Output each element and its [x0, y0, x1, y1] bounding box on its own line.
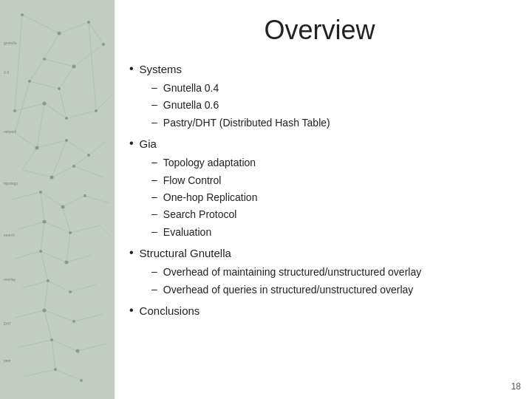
sub-text: Pastry/DHT (Distributed Hash Table): [163, 115, 330, 131]
sub-text: Overhead of queries in structured/unstru…: [163, 282, 414, 298]
sub-text-evaluation: Evaluation: [163, 224, 211, 240]
sub-text: Gnutella 0.6: [163, 97, 219, 113]
svg-text:peer: peer: [4, 358, 11, 363]
svg-text:gnutella: gnutella: [4, 41, 17, 45]
sub-item-evaluation: – Evaluation: [151, 224, 510, 240]
left-image-panel: gnutella 0.4 network topology search ove…: [0, 0, 115, 399]
sub-text: Gnutella 0.4: [163, 80, 219, 96]
svg-point-84: [69, 290, 72, 293]
slide-title: Overview: [129, 15, 510, 46]
bullet-dot-gia: •: [129, 135, 134, 151]
svg-point-68: [43, 102, 47, 106]
bullet-conclusions: • Conclusions: [129, 302, 510, 320]
content-area: Overview • Systems – Gnutella 0.4 – Gnut…: [115, 0, 532, 399]
svg-text:topology: topology: [4, 181, 18, 185]
dash: –: [151, 172, 157, 188]
sub-item: – Overhead of queries in structured/unst…: [151, 282, 510, 298]
svg-text:overlay: overlay: [4, 277, 16, 282]
bullet-gia: • Gia – Topology adaptation – Flow Contr…: [129, 135, 510, 240]
sub-text-replication: One-hop Replication: [163, 189, 258, 205]
svg-point-80: [69, 231, 72, 234]
svg-point-71: [35, 146, 39, 150]
slide-number: 18: [511, 381, 521, 392]
sub-item: – Gnutella 0.4: [151, 80, 510, 96]
svg-point-64: [72, 65, 76, 69]
sub-item: – Overhead of maintaining structured/uns…: [151, 264, 510, 280]
svg-point-73: [87, 154, 90, 157]
dash: –: [151, 115, 157, 130]
sub-item-topology: – Topology adaptation: [151, 154, 510, 171]
dash: –: [151, 264, 157, 279]
dash: –: [151, 206, 157, 222]
bullet-dot-conclusions: •: [129, 302, 134, 318]
dash: –: [151, 97, 157, 112]
sub-text-topology: Topology adaptation: [163, 154, 256, 171]
svg-point-75: [72, 165, 75, 168]
svg-point-62: [102, 43, 105, 46]
sub-items-systems: – Gnutella 0.4 – Gnutella 0.6 – Pastry/D…: [151, 80, 510, 131]
sub-item: – Pastry/DHT (Distributed Hash Table): [151, 115, 510, 131]
svg-point-79: [43, 220, 47, 224]
network-background: gnutella 0.4 network topology search ove…: [0, 0, 115, 399]
svg-point-89: [54, 368, 57, 371]
svg-point-74: [50, 176, 54, 180]
sub-item-replication: – One-hop Replication: [151, 189, 510, 205]
sub-items-structural: – Overhead of maintaining structured/uns…: [151, 264, 510, 298]
svg-point-59: [21, 13, 24, 16]
svg-point-86: [72, 320, 75, 323]
svg-point-83: [47, 279, 50, 282]
sub-item-search-protocol: – Search Protocol: [151, 206, 510, 222]
svg-point-72: [65, 139, 68, 142]
slide-container: gnutella 0.4 network topology search ove…: [0, 0, 532, 399]
svg-point-81: [39, 250, 42, 253]
bullet-main-systems: • Systems: [129, 61, 510, 78]
sub-text-search-protocol: Search Protocol: [163, 206, 237, 222]
svg-point-63: [43, 58, 46, 61]
dash: –: [151, 189, 157, 205]
bullet-structural: • Structural Gnutella – Overhead of main…: [129, 245, 510, 298]
svg-point-69: [65, 117, 68, 120]
sub-item-flow-control: – Flow Control: [151, 172, 510, 188]
svg-text:network: network: [4, 129, 17, 134]
svg-point-60: [58, 32, 61, 35]
svg-point-67: [13, 109, 16, 112]
dash: –: [151, 154, 157, 170]
bullet-dot-structural: •: [129, 245, 134, 261]
svg-point-90: [80, 379, 83, 382]
svg-point-88: [76, 349, 80, 353]
dash: –: [151, 80, 157, 95]
svg-point-85: [43, 309, 47, 313]
sub-text: Overhead of maintaining structured/unstr…: [163, 264, 421, 280]
svg-point-66: [58, 87, 61, 90]
svg-point-76: [39, 191, 42, 194]
svg-point-70: [95, 109, 98, 112]
svg-point-78: [83, 194, 86, 197]
sub-item: – Gnutella 0.6: [151, 97, 510, 113]
bullet-main-structural: • Structural Gnutella: [129, 245, 510, 262]
bullet-label-structural: Structural Gnutella: [140, 245, 231, 262]
dash: –: [151, 282, 157, 297]
svg-point-77: [61, 205, 65, 209]
bullet-label-gia: Gia: [140, 135, 157, 153]
svg-text:DHT: DHT: [4, 321, 11, 326]
sub-text-flow-control: Flow Control: [163, 172, 222, 188]
svg-text:search: search: [4, 233, 15, 237]
bullet-main-conclusions: • Conclusions: [129, 302, 510, 320]
svg-point-82: [65, 261, 69, 265]
svg-point-87: [50, 338, 53, 341]
bullet-main-gia: • Gia: [129, 135, 510, 153]
bullet-label-systems: Systems: [140, 61, 183, 78]
sub-items-gia: – Topology adaptation – Flow Control – O…: [151, 154, 510, 240]
bullet-dot-systems: •: [129, 61, 134, 77]
dash: –: [151, 224, 157, 239]
content-body: • Systems – Gnutella 0.4 – Gnutella 0.6 …: [129, 61, 510, 384]
svg-point-61: [87, 21, 90, 24]
bullet-systems: • Systems – Gnutella 0.4 – Gnutella 0.6 …: [129, 61, 510, 131]
svg-text:0.4: 0.4: [4, 70, 9, 75]
bullet-label-conclusions: Conclusions: [140, 302, 200, 320]
svg-point-65: [28, 80, 31, 83]
